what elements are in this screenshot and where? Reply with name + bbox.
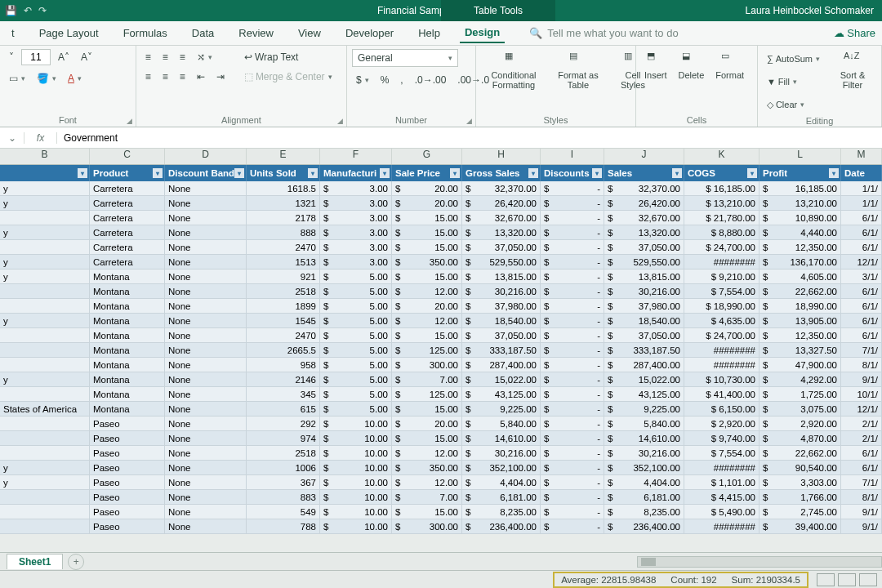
filter-icon[interactable]: ▾ xyxy=(380,168,390,178)
table-row[interactable]: CarreteraNone2470$3.00$15.00$37,050.00$-… xyxy=(0,240,882,255)
table-row[interactable]: yCarreteraNone1618.5$3.00$20.00$32,370.0… xyxy=(0,181,882,196)
group-label-alignment: Alignment xyxy=(221,115,261,125)
autosum-button[interactable]: ∑ AutoSum ▾ xyxy=(763,49,824,69)
number-format-dropdown[interactable]: General▾ xyxy=(352,49,458,67)
conditional-formatting-button[interactable]: ▦Conditional Formatting xyxy=(481,49,546,91)
share-button[interactable]: ☁ Share xyxy=(834,27,882,39)
table-row[interactable]: States of AmericaMontanaNone615$5.00$15.… xyxy=(0,402,882,416)
table-row[interactable]: MontanaNone958$5.00$300.00$287,400.00$-$… xyxy=(0,358,882,372)
save-icon[interactable]: 💾 xyxy=(5,5,17,16)
table-row[interactable]: MontanaNone2665.5$5.00$125.00$333,187.50… xyxy=(0,343,882,358)
align-middle-icon[interactable]: ≡ xyxy=(158,49,172,65)
table-row[interactable]: yCarreteraNone1513$3.00$350.00$529,550.0… xyxy=(0,255,882,270)
decrease-indent-icon[interactable]: ⇤ xyxy=(193,69,209,85)
col-C: C xyxy=(90,149,165,164)
autosum-label: AutoSum xyxy=(776,51,813,66)
increase-decimal-button[interactable]: .0→.00 xyxy=(411,72,451,88)
clear-button[interactable]: ◇ Clear▾ xyxy=(763,95,824,114)
tab-view[interactable]: View xyxy=(293,24,326,42)
column-headers[interactable]: B C D E F G H I J K L M xyxy=(0,149,882,165)
filter-icon[interactable]: ▾ xyxy=(78,168,87,178)
tab-design[interactable]: Design xyxy=(460,23,505,43)
new-sheet-button[interactable]: + xyxy=(68,554,84,570)
table-row[interactable]: yPaseoNone1006$10.00$350.00$352,100.00$-… xyxy=(0,461,882,475)
tab-review[interactable]: Review xyxy=(234,24,278,42)
tab-formulas[interactable]: Formulas xyxy=(118,24,172,42)
filter-icon[interactable]: ▾ xyxy=(308,168,318,178)
filter-icon[interactable]: ▾ xyxy=(528,168,538,178)
horizontal-scrollbar[interactable] xyxy=(637,556,882,568)
dialog-launcher-icon[interactable]: ◢ xyxy=(337,117,343,125)
font-color-button[interactable]: A▾ xyxy=(64,70,86,87)
font-size-decrement[interactable]: ˅ xyxy=(5,49,18,65)
align-bottom-icon[interactable]: ≡ xyxy=(176,49,189,65)
undo-icon[interactable]: ↶ xyxy=(24,5,32,16)
filter-icon[interactable]: ▾ xyxy=(153,168,163,178)
merge-center-button[interactable]: ⬚ Merge & Center ▾ xyxy=(240,69,336,85)
table-row[interactable]: yPaseoNone367$10.00$12.00$4,404.00$-$4,4… xyxy=(0,475,882,490)
name-box-dropdown[interactable]: ⌄ xyxy=(0,132,24,144)
table-row[interactable]: MontanaNone2470$5.00$15.00$37,050.00$-$3… xyxy=(0,328,882,343)
font-size-input[interactable] xyxy=(21,49,51,65)
filter-icon[interactable]: ▾ xyxy=(672,168,682,178)
percent-format-button[interactable]: % xyxy=(376,72,394,88)
sort-filter-button[interactable]: A↓ZSort & Filter xyxy=(829,49,876,91)
worksheet-grid[interactable]: ▾ Product▾ Discount Band▾ Units Sold▾ Ma… xyxy=(0,165,882,534)
formula-input[interactable]: Government xyxy=(57,132,118,144)
table-row[interactable]: yCarreteraNone1321$3.00$20.00$26,420.00$… xyxy=(0,196,882,211)
tab-data[interactable]: Data xyxy=(187,24,219,42)
table-row[interactable]: PaseoNone883$10.00$7.00$6,181.00$-$6,181… xyxy=(0,490,882,505)
format-as-table-button[interactable]: ▤Format as Table xyxy=(551,49,605,91)
format-cells-button[interactable]: ▭Format xyxy=(712,49,747,82)
table-row[interactable]: MontanaNone345$5.00$125.00$43,125.00$-$4… xyxy=(0,387,882,402)
page-layout-view-button[interactable] xyxy=(838,573,856,586)
filter-icon[interactable]: ▾ xyxy=(747,168,757,178)
table-row[interactable]: yMontanaNone2146$5.00$7.00$15,022.00$-$1… xyxy=(0,372,882,387)
account-name[interactable]: Laura Heinbockel Schomaker xyxy=(746,5,882,16)
table-row[interactable]: PaseoNone2518$10.00$12.00$30,216.00$-$30… xyxy=(0,446,882,461)
table-row[interactable]: yCarreteraNone888$3.00$15.00$13,320.00$-… xyxy=(0,225,882,240)
table-row[interactable]: MontanaNone2518$5.00$12.00$30,216.00$-$3… xyxy=(0,284,882,299)
accounting-format-button[interactable]: $▾ xyxy=(352,72,373,88)
tab-home-partial[interactable]: t xyxy=(7,24,20,42)
table-row[interactable]: yMontanaNone921$5.00$15.00$13,815.00$-$1… xyxy=(0,270,882,284)
dialog-launcher-icon[interactable]: ◢ xyxy=(466,117,472,125)
align-top-icon[interactable]: ≡ xyxy=(141,49,155,65)
tab-help[interactable]: Help xyxy=(413,24,445,42)
sheet-tab-sheet1[interactable]: Sheet1 xyxy=(7,554,63,569)
search-icon: 🔍 xyxy=(529,27,542,39)
table-row[interactable]: PaseoNone549$10.00$15.00$8,235.00$-$8,23… xyxy=(0,505,882,519)
fx-icon[interactable]: fx xyxy=(24,132,57,144)
align-right-icon[interactable]: ≡ xyxy=(176,69,189,85)
fill-color-button[interactable]: 🪣▾ xyxy=(33,70,60,87)
grow-font-icon[interactable]: A˄ xyxy=(54,49,74,65)
wrap-text-button[interactable]: ↩ Wrap Text xyxy=(240,49,336,65)
delete-cells-button[interactable]: ⬓Delete xyxy=(675,49,707,82)
redo-icon[interactable]: ↷ xyxy=(38,5,47,16)
filter-icon[interactable]: ▾ xyxy=(234,168,244,178)
filter-icon[interactable]: ▾ xyxy=(829,168,839,178)
orientation-icon[interactable]: ⤭▾ xyxy=(193,49,216,65)
borders-button[interactable]: ▭▾ xyxy=(5,70,29,87)
tell-me-search[interactable]: 🔍 Tell me what you want to do xyxy=(529,27,678,39)
dialog-launcher-icon[interactable]: ◢ xyxy=(127,117,132,125)
tab-page-layout[interactable]: Page Layout xyxy=(34,24,104,42)
normal-view-button[interactable] xyxy=(817,573,835,586)
comma-format-button[interactable]: , xyxy=(396,72,407,88)
table-row[interactable]: PaseoNone974$10.00$15.00$14,610.00$-$14,… xyxy=(0,431,882,446)
align-center-icon[interactable]: ≡ xyxy=(158,69,172,85)
fill-button[interactable]: ▼ Fill▾ xyxy=(763,72,824,91)
increase-indent-icon[interactable]: ⇥ xyxy=(212,69,229,85)
table-row[interactable]: CarreteraNone2178$3.00$15.00$32,670.00$-… xyxy=(0,211,882,225)
filter-icon[interactable]: ▾ xyxy=(450,168,460,178)
align-left-icon[interactable]: ≡ xyxy=(141,69,155,85)
page-break-view-button[interactable] xyxy=(859,573,877,586)
table-row[interactable]: PaseoNone292$10.00$20.00$5,840.00$-$5,84… xyxy=(0,416,882,431)
insert-cells-button[interactable]: ⬒Insert xyxy=(641,49,670,82)
shrink-font-icon[interactable]: A˅ xyxy=(77,49,96,65)
table-row[interactable]: yMontanaNone1545$5.00$12.00$18,540.00$-$… xyxy=(0,314,882,328)
filter-icon[interactable]: ▾ xyxy=(592,168,602,178)
tab-developer[interactable]: Developer xyxy=(341,24,399,42)
table-row[interactable]: MontanaNone1899$5.00$20.00$37,980.00$-$3… xyxy=(0,299,882,314)
table-row[interactable]: PaseoNone788$10.00$300.00$236,400.00$-$2… xyxy=(0,519,882,534)
